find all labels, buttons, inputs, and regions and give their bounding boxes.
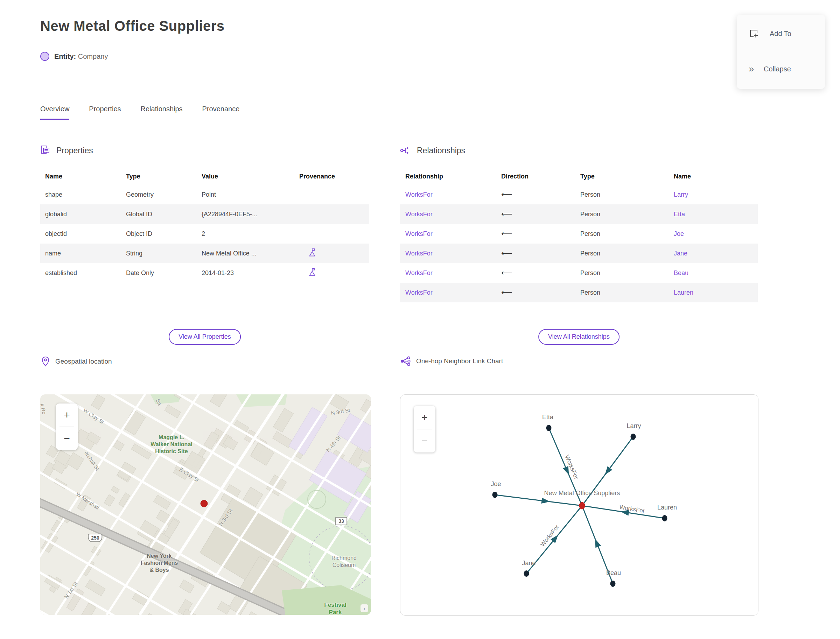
graph-node-label-lauren: Lauren: [657, 504, 677, 511]
collapse-icon: »: [749, 64, 754, 74]
view-all-properties-button[interactable]: View All Properties: [169, 329, 241, 345]
table-row: establishedDate Only2014-01-23: [40, 263, 369, 283]
direction-arrow: ⟵: [501, 249, 512, 258]
chart-zoom-in-button[interactable]: +: [414, 406, 435, 429]
geospatial-title: Geospatial location: [55, 358, 112, 366]
related-entity-type: Person: [580, 289, 600, 296]
view-all-relationships-button[interactable]: View All Relationships: [538, 329, 619, 345]
map-label-poi: New York Fashion Mens & Boys: [141, 553, 178, 574]
related-entity-type: Person: [580, 230, 600, 238]
table-row: globalidGlobal ID{A228944F-0EF5-...: [40, 204, 369, 224]
link-chart-header: One-hop Neighbor Link Chart: [400, 356, 503, 366]
route-shield-33: 33: [335, 517, 347, 525]
entity-detail-page: New Metal Office Suppliers Entity: Compa…: [0, 0, 840, 639]
graph-node-label-jane: Jane: [522, 560, 536, 567]
graph-node-joe[interactable]: [492, 492, 498, 498]
related-entity-name-link[interactable]: Lauren: [674, 289, 694, 296]
action-item-collapse[interactable]: »Collapse: [749, 64, 791, 74]
property-type: Geometry: [126, 191, 154, 199]
related-entity-type: Person: [580, 191, 600, 199]
one-hop-icon: [400, 356, 410, 366]
map-zoom-in-button[interactable]: +: [56, 404, 78, 427]
graph-node-lauren[interactable]: [662, 515, 667, 521]
column-header-provenance: Provenance: [299, 173, 335, 180]
property-name: shape: [45, 191, 62, 199]
graph-node-larry[interactable]: [631, 434, 636, 440]
entity-type-value: Company: [78, 52, 108, 60]
tab-provenance[interactable]: Provenance: [202, 105, 240, 120]
tab-bar: OverviewPropertiesRelationshipsProvenanc…: [40, 105, 239, 120]
entity-label: Entity:: [54, 52, 76, 60]
map-label-park: Festival Park: [317, 601, 353, 615]
direction-arrow: ⟵: [501, 288, 512, 297]
property-type: Object ID: [126, 230, 152, 238]
related-entity-name-link[interactable]: Larry: [674, 191, 688, 199]
map-pin-icon: [41, 356, 50, 367]
table-row: WorksFor⟵PersonBeau: [400, 263, 758, 283]
related-entity-name-link[interactable]: Joe: [674, 230, 684, 238]
direction-arrow: ⟵: [501, 229, 512, 238]
column-header-name: Name: [674, 173, 691, 180]
tab-properties[interactable]: Properties: [89, 105, 121, 120]
graph-node-jane[interactable]: [524, 571, 529, 577]
property-value: 2: [202, 230, 205, 238]
action-item-add-to[interactable]: Add To: [749, 28, 791, 39]
related-entity-name-link[interactable]: Etta: [674, 211, 685, 218]
entity-type-badge-icon: [40, 52, 49, 61]
column-header-name: Name: [45, 173, 62, 180]
action-item-label: Add To: [770, 30, 791, 38]
related-entity-name-link[interactable]: Beau: [674, 269, 689, 277]
graph-node-label-beau: Beau: [606, 569, 621, 577]
table-row: WorksFor⟵PersonLarry: [400, 185, 758, 204]
relationship-type-link[interactable]: WorksFor: [405, 191, 433, 199]
tab-overview[interactable]: Overview: [40, 105, 69, 120]
related-entity-name-link[interactable]: Jane: [674, 250, 687, 257]
relationship-type-link[interactable]: WorksFor: [405, 211, 433, 218]
related-entity-type: Person: [580, 250, 600, 257]
relationships-section-title: Relationships: [417, 146, 465, 155]
properties-section-header: Properties: [40, 145, 93, 156]
graph-node-label-etta: Etta: [542, 413, 554, 421]
table-header-row: NameTypeValueProvenance: [40, 168, 369, 185]
direction-arrow: ⟵: [501, 190, 512, 199]
relationship-type-link[interactable]: WorksFor: [405, 250, 433, 257]
related-entity-type: Person: [580, 211, 600, 218]
page-title: New Metal Office Suppliers: [40, 18, 224, 34]
entity-row: Entity: Company: [40, 52, 108, 61]
floating-actions-card: Add To»Collapse: [737, 15, 825, 89]
relationship-type-link[interactable]: WorksFor: [405, 230, 433, 238]
link-chart-title: One-hop Neighbor Link Chart: [416, 357, 503, 365]
tab-relationships[interactable]: Relationships: [141, 105, 183, 120]
link-chart-canvas[interactable]: + − EttaWorksForLarryJoeLaurenWorksForJa…: [400, 394, 759, 615]
add-to-icon: [749, 28, 760, 39]
provenance-flag-icon[interactable]: [308, 267, 317, 278]
direction-arrow: ⟵: [501, 210, 512, 219]
column-header-direction: Direction: [501, 173, 528, 180]
column-header-type: Type: [580, 173, 595, 180]
link-chart-graph: [400, 395, 758, 615]
table-row: WorksFor⟵PersonJane: [400, 243, 758, 263]
table-row: WorksFor⟵PersonLauren: [400, 283, 758, 302]
map-label-coliseum: Richmond Coliseum: [331, 555, 356, 569]
chart-zoom-out-button[interactable]: −: [414, 429, 435, 453]
graph-node-center[interactable]: [579, 502, 585, 510]
graph-node-beau[interactable]: [610, 580, 616, 587]
table-row: nameStringNew Metal Office ...: [40, 243, 369, 263]
column-header-value: Value: [202, 173, 218, 180]
property-value: 2014-01-23: [202, 269, 234, 277]
table-row: WorksFor⟵PersonEtta: [400, 204, 758, 224]
related-entity-type: Person: [580, 269, 600, 277]
provenance-flag-icon[interactable]: [308, 248, 317, 259]
graph-node-etta[interactable]: [546, 425, 552, 431]
property-name: globalid: [45, 211, 67, 218]
relationship-type-link[interactable]: WorksFor: [405, 269, 433, 277]
map-zoom-control: + −: [56, 404, 78, 450]
route-shield-250: 250: [88, 534, 102, 542]
property-name: name: [45, 250, 61, 257]
map-attribution-toggle[interactable]: ›: [361, 604, 368, 612]
relationship-type-link[interactable]: WorksFor: [405, 289, 433, 296]
map-canvas[interactable]: + − › W Clay StSak Roarshall StW Marshal…: [40, 394, 371, 615]
graph-node-label-larry: Larry: [627, 422, 641, 430]
direction-arrow: ⟵: [501, 269, 512, 278]
map-zoom-out-button[interactable]: −: [56, 427, 78, 450]
